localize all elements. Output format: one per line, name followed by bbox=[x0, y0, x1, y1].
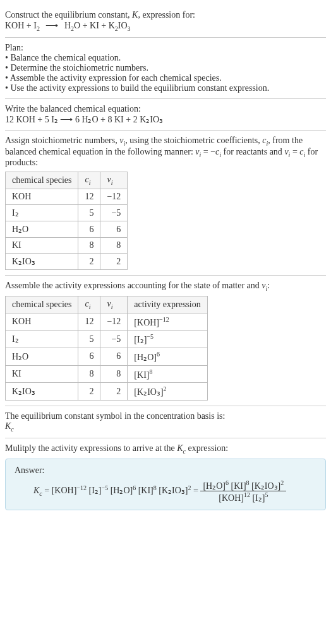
cell: 5 bbox=[78, 331, 100, 348]
cell: 12 bbox=[78, 313, 100, 331]
table-row: K₂IO₃22[K₂IO₃]2 bbox=[6, 383, 208, 401]
table-row: K₂IO₃22 bbox=[6, 254, 128, 270]
act-exp: −12 bbox=[159, 316, 169, 323]
answer-title: Answer: bbox=[15, 465, 316, 476]
table-header: chemical species bbox=[6, 172, 78, 189]
table-header: ci bbox=[78, 296, 100, 313]
table-header: νi bbox=[100, 296, 128, 313]
cell: H₂O bbox=[6, 348, 78, 366]
act-exp: −5 bbox=[147, 333, 153, 340]
ans-e3: 6 bbox=[133, 484, 136, 491]
activity-t2: : bbox=[267, 281, 270, 290]
plan-bullet-1: • Balance the chemical equation. bbox=[5, 53, 326, 63]
th-nu-sub: i bbox=[111, 303, 113, 310]
assign-t1: Assign stoichiometric numbers, bbox=[5, 136, 119, 145]
assign-section: Assign stoichiometric numbers, νi, using… bbox=[5, 131, 326, 276]
de2: 5 bbox=[265, 491, 268, 498]
plan-section: Plan: • Balance the chemical equation. •… bbox=[5, 38, 326, 99]
cell: KOH bbox=[6, 189, 78, 205]
table-row: KI88[KI]8 bbox=[6, 365, 208, 383]
cell: 8 bbox=[78, 238, 100, 254]
answer-box: Answer: Kc = [KOH]−12 [I₂]−5 [H₂O]6 [KI]… bbox=[5, 459, 326, 510]
balanced-intro: Write the balanced chemical equation: bbox=[5, 104, 326, 114]
header-eq-rhs: H bbox=[64, 21, 71, 30]
assign-eq1b: = − bbox=[201, 147, 215, 156]
ans-K: K bbox=[33, 486, 39, 495]
table-row: KI88 bbox=[6, 238, 128, 254]
table-header: ci bbox=[78, 172, 100, 189]
act-base: [KOH] bbox=[134, 317, 159, 327]
cell: H₂O bbox=[6, 221, 78, 238]
cell: −12 bbox=[100, 313, 128, 331]
ans-e1: −12 bbox=[76, 484, 87, 491]
cell: I₂ bbox=[6, 205, 78, 221]
ans-e4: 8 bbox=[153, 484, 157, 491]
header-eq-sub: 2 bbox=[37, 25, 40, 32]
header-K: K bbox=[132, 10, 138, 20]
cell: 2 bbox=[78, 383, 100, 401]
table-row: I₂5−5 bbox=[6, 205, 128, 221]
activity-section: Assemble the activity expressions accoun… bbox=[5, 276, 326, 406]
cell: 12 bbox=[78, 189, 100, 205]
table-row: H₂O66[H₂O]6 bbox=[6, 348, 208, 366]
act-base: [H₂O] bbox=[134, 353, 157, 362]
cell: [I₂]−5 bbox=[128, 331, 207, 348]
cell: [H₂O]6 bbox=[128, 348, 207, 366]
cell: KI bbox=[6, 365, 78, 383]
ne2: 8 bbox=[246, 479, 250, 486]
header-eq-rhs-c: IO bbox=[118, 21, 128, 30]
ne3: 2 bbox=[280, 479, 284, 486]
num1: [H₂O] bbox=[203, 481, 226, 490]
header-text: Construct the equilibrium constant, bbox=[5, 10, 132, 20]
cell: 8 bbox=[100, 365, 128, 383]
cell: 6 bbox=[100, 221, 128, 238]
cell: [K₂IO₃]2 bbox=[128, 383, 207, 401]
assign-t2: , using the stoichiometric coefficients, bbox=[125, 136, 262, 145]
cell: 6 bbox=[78, 348, 100, 366]
ans-t3: [H₂O] bbox=[111, 486, 133, 495]
cell: [KI]8 bbox=[128, 365, 207, 383]
arrow-icon: ⟶ bbox=[42, 21, 62, 30]
header-text-b: , expression for: bbox=[138, 10, 195, 20]
cell: −12 bbox=[100, 189, 128, 205]
cell: 8 bbox=[78, 365, 100, 383]
table-header-row: chemical species ci νi activity expressi… bbox=[6, 296, 208, 313]
th-c-sub: i bbox=[89, 303, 91, 310]
eq-symbol-section: The equilibrium constant symbol in the c… bbox=[5, 406, 326, 438]
act-base: [K₂IO₃] bbox=[134, 387, 163, 397]
table-header-row: chemical species ci νi bbox=[6, 172, 128, 189]
th-nu-sub: i bbox=[111, 179, 113, 186]
assign-t4: for reactants and bbox=[221, 147, 284, 156]
act-exp: 2 bbox=[164, 385, 167, 392]
table-row: KOH12−12[KOH]−12 bbox=[6, 313, 208, 331]
header-eq-lhs: KOH + I bbox=[5, 21, 37, 30]
ans-eq: = bbox=[42, 486, 52, 495]
ans-t1: [KOH] bbox=[52, 486, 77, 495]
header-eq-sub3: 3 bbox=[128, 25, 131, 32]
ans-t2: [I₂] bbox=[89, 486, 102, 495]
cell: KOH bbox=[6, 313, 78, 331]
cell: −5 bbox=[100, 331, 128, 348]
header-section: Construct the equilibrium constant, K, e… bbox=[5, 5, 326, 38]
table-row: I₂5−5[I₂]−5 bbox=[6, 331, 208, 348]
cell: 5 bbox=[78, 205, 100, 221]
table-header: νi bbox=[100, 172, 128, 189]
activity-t1: Assemble the activity expressions accoun… bbox=[5, 281, 262, 290]
ans-e2: −5 bbox=[102, 484, 109, 491]
act-base: [I₂] bbox=[134, 335, 147, 344]
cell: K₂IO₃ bbox=[6, 254, 78, 270]
ne1: 6 bbox=[226, 479, 229, 486]
ans-t4: [KI] bbox=[138, 486, 153, 495]
plan-bullet-2: • Determine the stoichiometric numbers. bbox=[5, 63, 326, 73]
fraction-numerator: [H₂O]6 [KI]8 [K₂IO₃]2 bbox=[200, 479, 286, 492]
balanced-section: Write the balanced chemical equation: 12… bbox=[5, 99, 326, 131]
plan-bullet-3: • Assemble the activity expression for e… bbox=[5, 73, 326, 83]
fraction: [H₂O]6 [KI]8 [K₂IO₃]2 [KOH]12 [I₂]5 bbox=[200, 479, 286, 503]
th-c-sub: i bbox=[89, 179, 91, 186]
den1: [KOH] bbox=[219, 493, 244, 503]
table-row: H₂O66 bbox=[6, 221, 128, 238]
ans-t5: [K₂IO₃] bbox=[159, 486, 188, 495]
cell: I₂ bbox=[6, 331, 78, 348]
plan-title: Plan: bbox=[5, 43, 326, 53]
assign-intro: Assign stoichiometric numbers, νi, using… bbox=[5, 136, 326, 168]
